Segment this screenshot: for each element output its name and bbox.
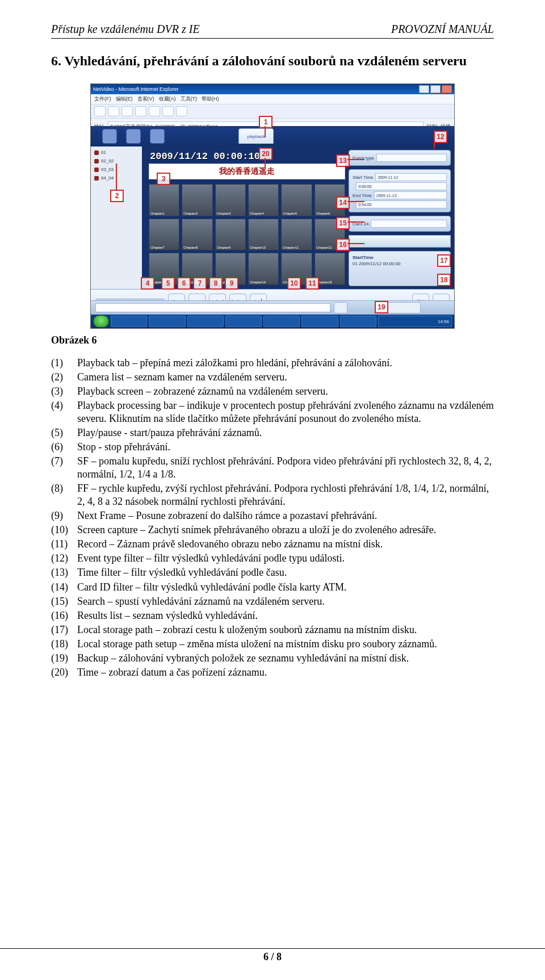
start-button[interactable] xyxy=(93,315,109,328)
camera-item[interactable]: 03_03 xyxy=(94,167,145,172)
thumbnail[interactable]: Chapter16 xyxy=(248,253,279,285)
legend-item: (2)Camera list – seznam kamer na vzdálen… xyxy=(51,371,494,384)
camera-item[interactable]: 01 xyxy=(94,150,145,155)
thumbnail[interactable]: Chapter7 xyxy=(149,219,179,251)
local-path-input[interactable] xyxy=(95,303,330,312)
osd-time: 2009/11/12 00:00:10 xyxy=(150,151,260,162)
legend-num: (2) xyxy=(51,371,77,384)
taskbar-item[interactable] xyxy=(225,316,262,327)
close-button[interactable] xyxy=(442,85,452,93)
callout-7: 7 xyxy=(193,277,207,290)
favorites-button[interactable] xyxy=(176,106,187,116)
camera-icon xyxy=(94,167,99,172)
legend-item: (18)Local storage path setup – změna mís… xyxy=(51,638,494,651)
callout-line xyxy=(347,221,364,223)
callout-17: 17 xyxy=(437,254,451,267)
search-run-button[interactable] xyxy=(349,235,451,248)
forward-button[interactable] xyxy=(108,106,119,116)
legend-num: (9) xyxy=(51,509,77,522)
video-banner: 我的香香逍遥走 xyxy=(149,164,345,179)
legend-num: (17) xyxy=(51,623,77,636)
thumbnail[interactable]: Chapter4 xyxy=(248,184,279,216)
start-date-input[interactable]: 2009-11-12 xyxy=(375,173,447,181)
thumbnail[interactable]: Chapter8 xyxy=(182,219,212,251)
end-time-input[interactable]: 0:54:05 xyxy=(356,200,447,208)
legend-num: (6) xyxy=(51,441,77,454)
thumbnail[interactable]: Chapter9 xyxy=(215,219,246,251)
callout-line xyxy=(265,126,266,137)
thumbnail[interactable]: Chapter2 xyxy=(182,184,212,216)
event-type-select[interactable] xyxy=(376,154,447,162)
legend-item: (13)Time filter – filtr výsledků vyhledá… xyxy=(51,566,494,579)
thumb-label: Chapter5 xyxy=(283,212,297,215)
legend-num: (7) xyxy=(51,455,77,481)
camera-item[interactable]: 04_04 xyxy=(94,175,145,181)
local-path-setup-button[interactable] xyxy=(334,302,347,313)
taskbar-item[interactable] xyxy=(340,316,376,327)
callout-5: 5 xyxy=(161,277,175,290)
legend-text: Play/pause - start/pauza přehrávání zázn… xyxy=(77,426,494,439)
camera-item[interactable]: 02_02 xyxy=(94,158,145,164)
backup-button[interactable] xyxy=(385,302,421,313)
camera-label: 03_03 xyxy=(101,167,114,172)
camera-icon xyxy=(94,150,99,155)
maximize-button[interactable] xyxy=(430,85,441,93)
thumbnail[interactable]: Chapter11 xyxy=(281,219,312,251)
menu-tools[interactable]: 工具(T) xyxy=(181,95,198,103)
search-button[interactable] xyxy=(162,106,174,116)
legend-num: (14) xyxy=(51,581,77,594)
footer-rule xyxy=(0,948,545,949)
thumb-label: Chapter4 xyxy=(250,212,264,215)
camera-icon xyxy=(94,159,99,164)
start-time-input[interactable]: 0:00:00 xyxy=(356,182,447,190)
nav-layout-icon[interactable] xyxy=(126,129,141,144)
refresh-button[interactable] xyxy=(135,106,146,116)
menu-help[interactable]: 帮助(H) xyxy=(202,95,219,103)
taskbar-item[interactable] xyxy=(149,316,185,327)
nav-toolbar xyxy=(91,104,454,119)
thumbnail[interactable]: Chapter1 xyxy=(149,184,179,216)
camera-label: 02_02 xyxy=(101,158,114,164)
legend-item: (16)Results list – seznam výsledků vyhle… xyxy=(51,609,494,622)
thumbnail[interactable]: Chapter5 xyxy=(281,184,312,216)
search-panel: Event type Start Time2009-11-12 0:00:00 … xyxy=(345,146,454,290)
home-button[interactable] xyxy=(149,106,160,116)
nav-home-icon[interactable] xyxy=(102,129,117,144)
legend-text: Playback screen – zobrazené záznamů na v… xyxy=(77,385,494,398)
callout-15: 15 xyxy=(336,217,350,229)
tab-playback[interactable]: playback xyxy=(238,128,274,144)
thumbnail[interactable]: Chapter10 xyxy=(248,219,279,251)
legend-num: (15) xyxy=(51,595,77,608)
menu-view[interactable]: 查看(V) xyxy=(137,95,154,103)
menu-edit[interactable]: 编辑(E) xyxy=(116,95,133,103)
callout-11: 11 xyxy=(305,277,319,290)
callout-1: 1 xyxy=(259,116,272,128)
back-button[interactable] xyxy=(94,106,106,116)
legend-text: Stop - stop přehrávání. xyxy=(77,441,494,454)
legend-text: Search – spustí vyhledávání záznamů na v… xyxy=(77,595,494,608)
callout-12: 12 xyxy=(434,131,447,143)
windows-taskbar: 14:56 xyxy=(91,315,454,328)
taskbar-item[interactable] xyxy=(111,316,147,327)
legend-text: Next Frame – Posune zobrazení do dalšího… xyxy=(77,509,494,522)
legend-text: Playback tab – přepíná mezi záložkami pr… xyxy=(77,357,494,370)
camera-label: 01 xyxy=(101,150,106,155)
legend-text: FF – rychle kupředu, zvýší rychlost přeh… xyxy=(77,482,494,508)
legend-item: (14)Card ID filter – filtr výsledků vyhl… xyxy=(51,581,494,594)
system-tray[interactable]: 14:56 xyxy=(378,316,452,327)
nav-config-icon[interactable] xyxy=(150,129,165,144)
menu-favorites[interactable]: 收藏(A) xyxy=(159,95,176,103)
taskbar-item[interactable] xyxy=(301,316,338,327)
thumbnail[interactable]: Chapter3 xyxy=(215,184,246,216)
card-id-input[interactable] xyxy=(371,220,447,228)
taskbar-item[interactable] xyxy=(187,316,224,327)
legend-item: (9)Next Frame – Posune zobrazení do dalš… xyxy=(51,509,494,522)
taskbar-item[interactable] xyxy=(263,316,300,327)
end-date-input[interactable]: 2009-11-13 xyxy=(374,191,447,199)
callout-2: 2 xyxy=(110,190,124,202)
results-list[interactable]: StartTime 01 2009/11/12 00:00:00 xyxy=(349,251,451,286)
result-row[interactable]: 01 2009/11/12 00:00:00 xyxy=(353,261,401,266)
stop-nav-button[interactable] xyxy=(121,106,133,116)
minimize-button[interactable] xyxy=(419,85,429,93)
menu-file[interactable]: 文件(F) xyxy=(94,95,111,103)
